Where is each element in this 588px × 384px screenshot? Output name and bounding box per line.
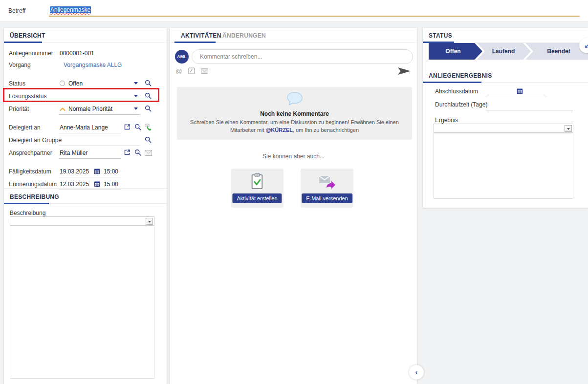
beschreibung-combobox[interactable]: [10, 216, 154, 226]
mail-icon[interactable]: [200, 67, 208, 75]
delegiert-an-open-icon[interactable]: [124, 124, 131, 131]
delegiert-an-field[interactable]: Anne-Maria Lange: [59, 122, 121, 133]
durchlaufzeit-field[interactable]: [486, 99, 573, 110]
status-section-title: STATUS: [429, 32, 452, 39]
status-radio-icon[interactable]: [60, 81, 65, 86]
status-step-beendet[interactable]: Beendet: [525, 43, 588, 60]
faelligkeitsdatum-field[interactable]: 19.03.2025 15:00: [59, 166, 121, 177]
app-window: { "topbar": { "label": "Betreff", "value…: [0, 0, 588, 384]
overview-header: ÜBERSICHT: [4, 28, 167, 43]
loesungsstatus-dropdown-icon[interactable]: [134, 95, 138, 97]
tab-aenderungen[interactable]: ÄNDERUNGEN: [222, 32, 266, 39]
prioritaet-label: Priorität: [9, 106, 29, 112]
field-row-faelligkeitsdatum: Fälligkeitsdatum 19.03.2025 15:00: [4, 166, 167, 178]
delegiert-an-gruppe-search-icon[interactable]: [145, 136, 152, 144]
no-comments-text-2: , um Ihn zu benachrichtigen: [293, 127, 359, 133]
ansprechpartner-mail-icon[interactable]: [145, 150, 152, 158]
erinnerungsdatum-label: Erinnerungsdatum: [9, 181, 57, 188]
status-field[interactable]: Offen: [59, 78, 140, 89]
field-row-durchlaufzeit: Durchlaufzeit (Tage): [423, 99, 588, 111]
ergebnis-dropdown-icon[interactable]: [565, 125, 572, 132]
betreff-input[interactable]: Anliegenmaske: [49, 4, 580, 17]
ergebnis-combobox[interactable]: [434, 124, 573, 133]
ansprechpartner-field[interactable]: Rita Müller: [59, 147, 121, 159]
ergebnis-label: Ergebnis: [435, 117, 458, 124]
beschreibung-header: BESCHREIBUNG: [4, 189, 167, 204]
send-comment-icon[interactable]: [397, 67, 411, 75]
ergebnis-textarea[interactable]: [434, 133, 573, 199]
overview-title: ÜBERSICHT: [10, 32, 45, 39]
ansprechpartner-open-icon[interactable]: [124, 149, 131, 157]
ansprechpartner-value: Rita Müller: [60, 149, 87, 156]
ansprechpartner-label: Ansprechpartner: [9, 149, 52, 156]
abschlussdatum-field[interactable]: [486, 85, 546, 97]
collapse-panel-button[interactable]: ‹: [409, 365, 424, 380]
no-comments-title: Noch keine Kommentare: [177, 110, 412, 117]
field-row-abschlussdatum: Abschlussdatum: [423, 85, 588, 98]
beschreibung-dropdown-icon[interactable]: [146, 218, 153, 225]
send-email-button[interactable]: E-Mail versenden: [302, 193, 352, 203]
create-activity-card[interactable]: Aktivität erstellen: [231, 169, 283, 208]
field-row-delegiert-an-gruppe: Delegiert an Gruppe: [4, 134, 167, 147]
status-step-offen[interactable]: Offen: [429, 43, 482, 60]
beschreibung-title: BESCHREIBUNG: [10, 193, 59, 200]
status-search-icon[interactable]: [145, 80, 152, 87]
faelligkeitsdatum-label: Fälligkeitsdatum: [9, 168, 51, 175]
vorgang-label: Vorgang: [9, 62, 31, 68]
prioritaet-value: Normale Priorität: [68, 106, 112, 112]
abschlussdatum-calendar-icon[interactable]: [517, 88, 524, 96]
status-step-laufend[interactable]: Laufend: [477, 43, 531, 60]
overview-panel: ÜBERSICHT Anliegennummer 0000001-001 Vor…: [4, 28, 167, 384]
status-dropdown-icon[interactable]: [134, 82, 138, 85]
avatar: AML: [175, 50, 189, 64]
composer-toolbar: @: [175, 67, 208, 75]
status-header: STATUS: [423, 28, 588, 43]
delegiert-an-call-icon[interactable]: [145, 124, 152, 131]
result-header: ANLIEGENERGEBNIS: [423, 68, 588, 83]
loesungsstatus-field[interactable]: [59, 90, 140, 102]
delegiert-an-value: Anne-Maria Lange: [60, 124, 108, 131]
ansprechpartner-search-icon[interactable]: [134, 149, 142, 157]
prioritaet-field[interactable]: Normale Priorität: [59, 103, 140, 115]
activities-tabbar: AKTIVITÄTEN ÄNDERUNGEN: [170, 28, 417, 43]
speech-bubble-icon: [177, 91, 412, 109]
prioritaet-search-icon[interactable]: [145, 105, 152, 113]
status-label: Status: [9, 80, 25, 87]
create-activity-button[interactable]: Aktivität erstellen: [232, 193, 282, 203]
field-row-status: Status Offen: [4, 78, 167, 90]
delegiert-an-search-icon[interactable]: [134, 124, 142, 131]
abschlussdatum-label: Abschlussdatum: [435, 88, 478, 95]
field-row-ansprechpartner: Ansprechpartner Rita Müller: [4, 147, 167, 160]
overview-title-underline: [4, 42, 42, 43]
subject-bar: Betreff Anliegenmaske: [0, 0, 588, 22]
prioritaet-dropdown-icon[interactable]: [134, 107, 138, 110]
result-section-title: ANLIEGENERGEBNIS: [429, 72, 492, 79]
section-divider: [4, 188, 167, 189]
durchlaufzeit-label: Durchlaufzeit (Tage): [435, 101, 487, 108]
status-panel: STATUS Offen Laufend Beendet ↙ ANLIEGENE…: [423, 28, 588, 208]
field-row-vorgang: Vorgang Vorgangsmaske ALLG: [4, 59, 167, 72]
comment-input[interactable]: [192, 49, 413, 64]
erinnerungsdatum-date: 12.03.2025: [60, 181, 89, 188]
arrow-down-left-icon: ↙: [584, 42, 588, 49]
mention-icon[interactable]: @: [175, 67, 183, 75]
field-row-anliegennummer: Anliegennummer 0000001-001: [4, 47, 167, 60]
no-comments-text: Schreiben Sie einen Kommentar, um eine D…: [187, 119, 402, 134]
field-row-prioritaet: Priorität Normale Priorität: [4, 103, 167, 116]
vorgang-link[interactable]: Vorgangsmaske ALLG: [64, 62, 122, 68]
tab-aktivitaeten[interactable]: AKTIVITÄTEN: [181, 32, 221, 39]
anliegennummer-value: 0000001-001: [60, 50, 94, 57]
send-email-card[interactable]: E-Mail versenden: [301, 169, 353, 208]
priority-normal-icon: [60, 106, 65, 113]
also-text: Sie können aber auch...: [170, 153, 417, 160]
erinnerungsdatum-calendar-icon[interactable]: [94, 181, 102, 189]
clipboard-check-icon: [231, 172, 283, 190]
faelligkeitsdatum-calendar-icon[interactable]: [94, 168, 102, 176]
beschreibung-textarea[interactable]: [10, 226, 154, 379]
faelligkeitsdatum-date: 19.03.2025: [60, 168, 89, 175]
delegiert-an-gruppe-field[interactable]: [59, 134, 140, 146]
note-icon[interactable]: [188, 67, 196, 75]
loesungsstatus-search-icon[interactable]: [145, 92, 152, 100]
mail-forward-icon: [301, 174, 353, 189]
delegiert-an-gruppe-label: Delegiert an Gruppe: [9, 137, 62, 144]
